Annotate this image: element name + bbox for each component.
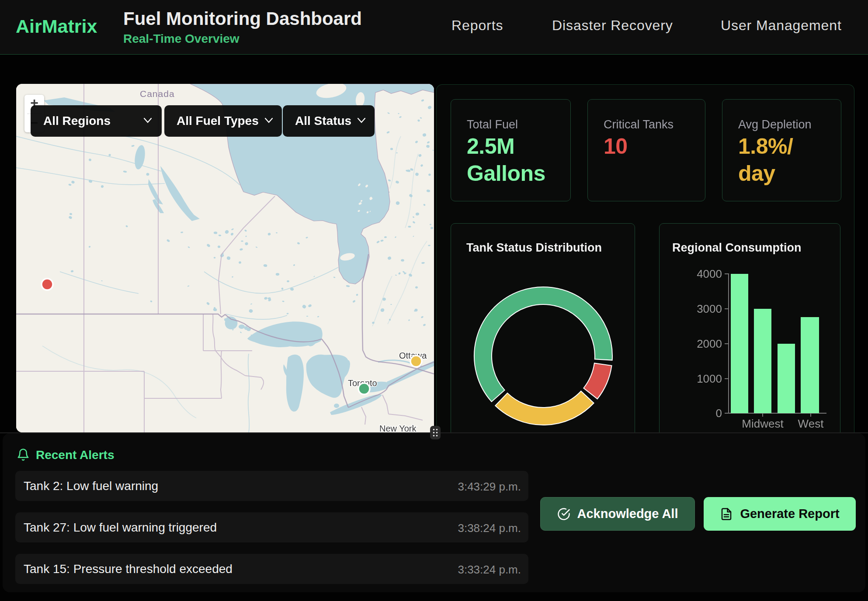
svg-text:Canada: Canada	[140, 89, 175, 99]
svg-text:2000: 2000	[697, 337, 722, 350]
svg-text:0: 0	[716, 407, 722, 420]
svg-text:1000: 1000	[697, 372, 722, 385]
svg-text:Midwest: Midwest	[742, 417, 784, 430]
svg-text:4000: 4000	[697, 267, 722, 280]
svg-text:New York: New York	[379, 424, 417, 432]
svg-text:West: West	[798, 417, 824, 430]
svg-text:3000: 3000	[697, 302, 722, 315]
